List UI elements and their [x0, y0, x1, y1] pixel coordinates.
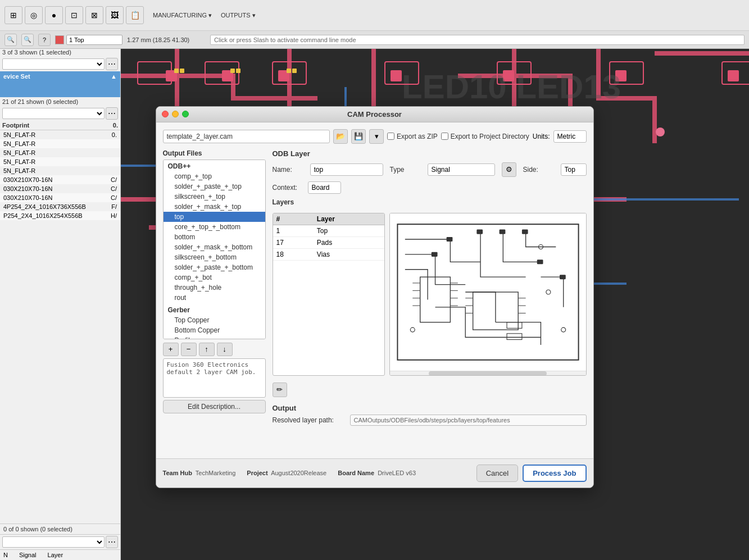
tree-item-bottom[interactable]: bottom	[164, 232, 265, 242]
footer-buttons: Cancel Process Job	[476, 465, 587, 482]
dialog-overlay: CAM Processor 📂 💾 ▾ Export as ZIP Export…	[0, 0, 749, 560]
remove-btn[interactable]: −	[181, 343, 197, 356]
dialog-footer: Team Hub TechMarketing Project August202…	[156, 458, 593, 488]
cam-file-input[interactable]	[163, 130, 330, 143]
tree-group-gerber: Gerber Top Copper Bottom Copper Profile	[164, 304, 265, 339]
brush-btn[interactable]: ✏	[273, 383, 287, 397]
move-down-btn[interactable]: ↓	[217, 343, 233, 356]
tree-item-solder-mask-bottom[interactable]: solder_+_mask_+_bottom	[164, 242, 265, 252]
team-hub-info: Team Hub TechMarketing	[163, 470, 236, 476]
output-title: Output	[273, 404, 587, 412]
project-value: August2020Release	[271, 470, 326, 476]
board-name-info: Board Name DriveLED v63	[338, 470, 416, 476]
move-up-btn[interactable]: ↑	[199, 343, 215, 356]
board-name-value: DriveLED v63	[378, 470, 416, 476]
side-label: Side:	[523, 166, 554, 174]
svg-rect-35	[537, 259, 543, 264]
project-label: Project	[247, 470, 267, 476]
tree-group-gerber-label[interactable]: Gerber	[164, 305, 265, 315]
layers-area: # Layer 1 Top	[273, 213, 587, 376]
type-input[interactable]	[428, 163, 495, 176]
svg-rect-34	[521, 229, 528, 234]
maximize-button[interactable]	[182, 111, 189, 117]
context-label: Context:	[273, 184, 303, 192]
export-project-label[interactable]: Export to Project Directory	[441, 133, 529, 140]
tree-item-silkscreen-bottom[interactable]: silkscreen_+_bottom	[164, 252, 265, 262]
name-label: Name:	[273, 166, 303, 174]
close-button[interactable]	[162, 111, 169, 117]
layer-num-17: 17	[273, 236, 314, 248]
file-tree[interactable]: ODB++ comp_+_top solder_+_paste_+_top si…	[163, 160, 266, 339]
resolved-label: Resolved layer path:	[273, 416, 346, 424]
footer-info: Team Hub TechMarketing Project August202…	[163, 470, 416, 476]
units-select[interactable]: Metric	[553, 130, 587, 143]
preview-scrollbar[interactable]	[390, 371, 586, 375]
gear-btn[interactable]: ⚙	[502, 162, 516, 177]
col-hash: #	[273, 213, 314, 225]
minimize-button[interactable]	[172, 111, 179, 117]
export-zip-label[interactable]: Export as ZIP	[387, 133, 438, 140]
name-input[interactable]	[310, 163, 383, 176]
side-select[interactable]: Top	[561, 163, 587, 176]
add-btn[interactable]: +	[163, 343, 179, 356]
tree-group-odb-label[interactable]: ODB++	[164, 161, 265, 171]
resolved-path-row: Resolved layer path:	[273, 415, 587, 426]
layer-name-1: Top	[314, 225, 384, 236]
cam-processor-dialog: CAM Processor 📂 💾 ▾ Export as ZIP Export…	[156, 106, 594, 488]
layer-name-18: Vias	[314, 248, 384, 260]
tree-item-bottom-copper[interactable]: Bottom Copper	[164, 325, 265, 335]
tree-item-top-copper[interactable]: Top Copper	[164, 315, 265, 325]
resolved-path-input[interactable]	[350, 415, 587, 426]
open-file-btn[interactable]: 📂	[333, 129, 348, 144]
dialog-title: CAM Processor	[347, 110, 402, 119]
layer-num-18: 18	[273, 248, 314, 260]
tree-item-top[interactable]: top	[164, 212, 265, 222]
tree-item-comp-top[interactable]: comp_+_top	[164, 171, 265, 181]
tree-item-solder-paste-top[interactable]: solder_+_paste_+_top	[164, 181, 265, 192]
project-info: Project August2020Release	[247, 470, 326, 476]
output-section: Output Resolved layer path:	[273, 404, 587, 426]
context-select[interactable]: Board	[308, 181, 341, 194]
odb-section-title: ODB Layer	[273, 149, 587, 158]
edit-description-btn[interactable]: Edit Description...	[163, 400, 266, 413]
dropdown-arrow-btn[interactable]: ▾	[369, 129, 384, 144]
odb-layer-panel: ODB Layer Name: Type ⚙ Side: Top	[273, 149, 587, 452]
main-content: Output Files ODB++ comp_+_top solder_+_p…	[163, 149, 587, 452]
units-label: Units:	[533, 133, 550, 140]
svg-rect-30	[446, 237, 452, 242]
layer-row-1[interactable]: 1 Top	[273, 225, 384, 236]
export-zip-checkbox[interactable]	[387, 133, 394, 140]
layer-row-17[interactable]: 17 Pads	[273, 236, 384, 248]
dialog-body: 📂 💾 ▾ Export as ZIP Export to Project Di…	[156, 122, 593, 458]
scrollbar-thumb	[429, 371, 546, 376]
layer-num-1: 1	[273, 225, 314, 236]
output-files-panel: Output Files ODB++ comp_+_top solder_+_p…	[163, 149, 266, 452]
panel-buttons: + − ↑ ↓	[163, 343, 266, 356]
layer-row-18[interactable]: 18 Vias	[273, 248, 384, 260]
tree-item-through-hole[interactable]: through_+_hole	[164, 283, 265, 293]
layers-table: # Layer 1 Top	[273, 213, 384, 261]
pcb-preview	[390, 213, 586, 371]
svg-rect-31	[431, 252, 437, 256]
tree-item-rout[interactable]: rout	[164, 293, 265, 303]
tree-item-profile[interactable]: Profile	[164, 335, 265, 339]
cancel-button[interactable]: Cancel	[476, 465, 518, 482]
tree-group-odb: ODB++ comp_+_top solder_+_paste_+_top si…	[164, 160, 265, 304]
export-project-checkbox[interactable]	[441, 133, 448, 140]
team-hub-label: Team Hub	[163, 470, 192, 476]
name-type-row: Name: Type ⚙ Side: Top	[273, 162, 587, 177]
tree-item-comp-bot[interactable]: comp_+_bot	[164, 272, 265, 283]
team-hub-value: TechMarketing	[196, 470, 236, 476]
layers-section-title: Layers	[273, 198, 587, 206]
type-label: Type	[390, 166, 421, 174]
tree-item-silkscreen-top[interactable]: silkscreen_+_top	[164, 192, 265, 202]
description-textarea[interactable]: Fusion 360 Electronics default 2 layer C…	[163, 358, 266, 398]
save-file-btn[interactable]: 💾	[351, 129, 366, 144]
tree-item-solder-paste-bottom[interactable]: solder_+_paste_+_bottom	[164, 262, 265, 272]
tree-item-core[interactable]: core_+_top_+_bottom	[164, 222, 265, 232]
process-job-button[interactable]: Process Job	[523, 465, 586, 482]
tree-item-solder-mask-top[interactable]: solder_+_mask_+_top	[164, 202, 265, 212]
dialog-titlebar: CAM Processor	[156, 107, 593, 122]
svg-rect-33	[499, 229, 505, 234]
col-layer: Layer	[314, 213, 384, 225]
